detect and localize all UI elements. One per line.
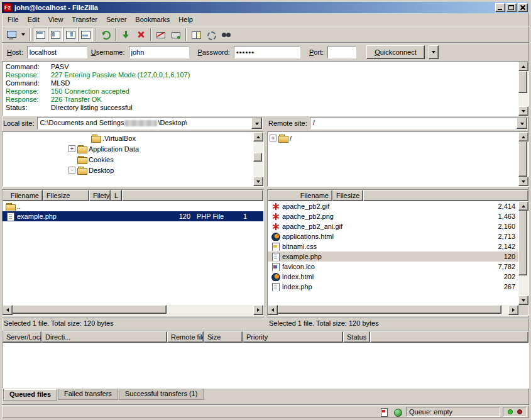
queue-tab[interactable]: Failed transfers [58,389,118,400]
reconnect-button[interactable] [168,28,183,41]
column-header[interactable]: L [111,190,122,201]
tree-item[interactable]: Cookies [3,154,253,165]
tree-toggle[interactable]: - [68,167,75,174]
queue-tab[interactable]: Successful transfers (1) [119,389,204,400]
column-header[interactable]: Remote file [167,331,204,343]
username-input[interactable] [129,46,189,58]
column-header[interactable]: Server/Local file [3,331,41,343]
refresh-button[interactable] [98,28,113,41]
scrollbar-thumb[interactable] [518,71,527,93]
folder-icon [77,145,87,153]
host-input[interactable] [27,46,87,58]
port-input[interactable] [327,46,356,58]
scroll-right-button[interactable] [508,305,518,315]
file-row[interactable]: .. [3,201,263,211]
directory-compare-button[interactable] [189,28,204,41]
local-tree-scrollbar[interactable] [253,132,263,186]
maximize-button[interactable] [506,3,517,12]
scroll-left-button[interactable] [268,305,278,315]
menu-item[interactable]: Server [102,14,131,25]
file-row[interactable]: example.php 120 PHP File 1 [3,211,263,221]
remote-list-scrollbar[interactable] [518,201,528,305]
scrollbar-track [278,305,508,315]
local-list-hscrollbar[interactable] [3,305,263,315]
local-site-combobox[interactable]: C:\Documents and Settings\Desktop\ [37,117,263,130]
scroll-up-button[interactable] [518,201,528,211]
scroll-down-button[interactable] [518,296,528,305]
toggle-remote-tree-button[interactable] [63,28,78,41]
cancel-button[interactable] [133,28,148,41]
menu-item[interactable]: Help [174,14,197,25]
remote-site-combobox[interactable]: / [310,117,528,130]
process-queue-button[interactable] [118,28,133,41]
toggle-message-log-button[interactable] [33,28,48,41]
column-header[interactable]: Filename [3,190,43,201]
quickconnect-dropdown[interactable] [429,45,439,59]
scrollbar-thumb[interactable] [518,141,527,177]
host-label: Host: [7,48,23,56]
scrollbar-thumb[interactable] [278,305,501,314]
file-row[interactable]: applications.html 2,713 [268,231,518,241]
disconnect-button[interactable] [153,28,168,41]
scroll-up-button[interactable] [518,132,528,141]
scroll-down-button[interactable] [253,177,263,186]
log-lines: Command:PASV Response:227 Entering Passi… [3,62,518,116]
speed-limit-icon[interactable] [392,407,403,417]
tree-item[interactable]: - Desktop [3,165,253,175]
scroll-up-button[interactable] [518,62,528,71]
site-manager-button[interactable] [4,28,19,41]
remote-site-dropdown[interactable] [517,118,527,129]
menu-item[interactable]: Transfer [67,14,102,25]
scrollbar-thumb[interactable] [13,305,167,314]
queue-tab[interactable]: Queued files [3,389,57,401]
transfer-type-icon[interactable] [378,407,390,417]
file-row[interactable]: apache_pb2.gif 2,414 [268,201,518,211]
scroll-up-button[interactable] [253,132,263,141]
scroll-left-button[interactable] [3,305,13,315]
column-header[interactable]: Status [343,331,370,343]
activity-indicators [503,407,527,417]
remote-tree-scrollbar[interactable] [518,132,528,186]
find-files-button[interactable] [219,28,234,41]
scroll-right-button[interactable] [253,305,263,315]
menu-item[interactable]: Edit [23,14,44,25]
column-header[interactable]: Size [204,331,243,343]
toggle-local-tree-button[interactable] [48,28,63,41]
file-row[interactable]: index.html 202 [268,272,518,282]
file-row[interactable]: bitnami.css 2,142 [268,241,518,251]
file-row[interactable]: favicon.ico 7,782 [268,262,518,272]
log-scrollbar[interactable] [518,62,528,116]
file-row[interactable]: apache_pb2_ani.gif 2,160 [268,221,518,231]
column-header[interactable]: Directi... [41,331,167,343]
quickconnect-button[interactable]: Quickconnect [366,45,425,59]
column-header[interactable]: Priority [243,331,343,343]
tree-toggle[interactable]: + [68,145,75,152]
tree-item[interactable]: + / [268,133,518,143]
menu-item[interactable]: File [3,14,23,25]
scroll-down-button[interactable] [518,106,528,116]
remote-list-hscrollbar[interactable] [268,305,528,315]
column-header[interactable]: Filename [268,190,332,201]
menu-item[interactable]: Bookmarks [131,14,174,25]
tree-item[interactable]: .VirtualBox [3,133,253,143]
column-header[interactable]: Filesize [332,190,363,201]
toggle-queue-button[interactable] [78,28,93,41]
password-input[interactable] [234,46,300,58]
column-header[interactable]: Filetype [89,190,111,201]
scroll-down-button[interactable] [518,177,528,186]
file-row[interactable]: apache_pb2.png 1,463 [268,211,518,221]
column-header[interactable]: Filesize [43,190,89,201]
close-button[interactable] [518,3,528,12]
scrollbar-thumb[interactable] [518,211,527,275]
sync-browsing-button[interactable] [204,28,219,41]
menu-item[interactable]: View [44,14,68,25]
local-site-dropdown[interactable] [251,118,262,129]
tree-toggle[interactable]: + [270,135,276,141]
file-row[interactable]: index.php 267 [268,282,518,292]
site-manager-dropdown[interactable] [19,28,28,41]
titlebar[interactable]: Fz john@localhost - FileZilla [2,2,529,13]
scrollbar-thumb[interactable] [253,153,262,162]
minimize-button[interactable] [495,3,505,12]
file-row[interactable]: example.php 120 [268,251,518,262]
tree-item[interactable]: + Application Data [3,143,253,154]
